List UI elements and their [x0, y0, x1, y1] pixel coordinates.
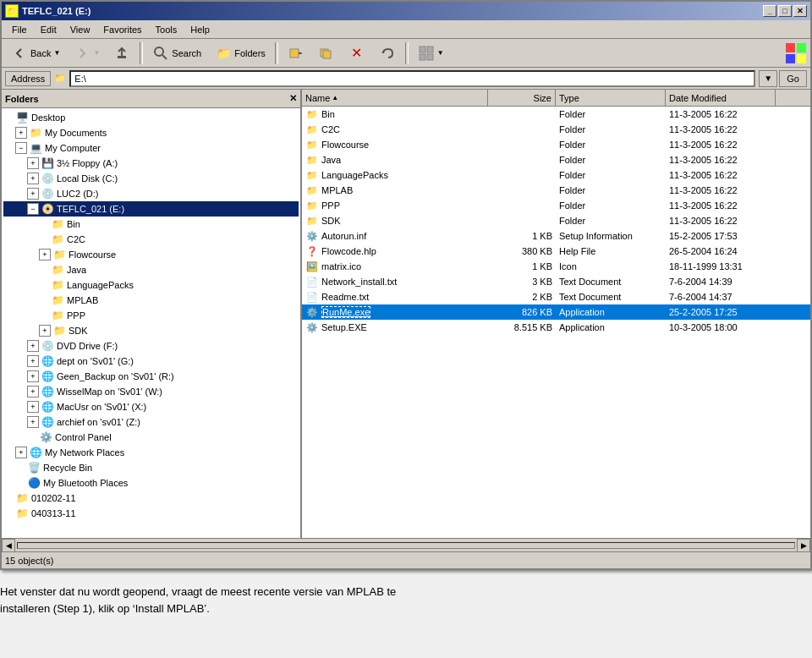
expand-archief[interactable]: +: [27, 416, 39, 428]
back-button[interactable]: Back ▼: [5, 41, 66, 65]
file-cell-size: 380 KB: [488, 245, 556, 257]
tree-item-mplab[interactable]: 📁 MPLAB: [3, 293, 299, 308]
copy-button[interactable]: [312, 41, 341, 65]
minimize-button[interactable]: _: [763, 5, 776, 17]
tree-item-recycle[interactable]: 🗑️ Recycle Bin: [3, 460, 299, 475]
close-button[interactable]: ✕: [793, 5, 807, 17]
search-label: Search: [172, 48, 201, 58]
expand-geen[interactable]: +: [27, 370, 39, 382]
undo-button[interactable]: [373, 41, 402, 65]
file-row[interactable]: 📁SDKFolder11-3-2005 16:22: [302, 213, 810, 228]
file-row[interactable]: 📁LanguagePacksFolder11-3-2005 16:22: [302, 167, 810, 183]
expand-mynetwork[interactable]: +: [15, 447, 27, 458]
tree-item-dvd[interactable]: + 💿 DVD Drive (F:): [3, 338, 299, 354]
tree-item-040313[interactable]: 📁 040313-11: [3, 506, 299, 521]
forward-button[interactable]: ▼: [68, 41, 106, 65]
expand-floppy[interactable]: +: [27, 157, 39, 169]
scroll-right-button[interactable]: ▶: [797, 539, 810, 552]
col-header-date[interactable]: Date Modified: [666, 90, 776, 106]
col-header-name[interactable]: Name ▲: [302, 90, 488, 106]
file-row[interactable]: ⚙️RunMe.exe826 KBApplication25-2-2005 17…: [302, 304, 810, 320]
file-row[interactable]: 📁JavaFolder11-3-2005 16:22: [302, 152, 810, 167]
menu-tools[interactable]: Tools: [149, 23, 184, 36]
tree-item-langpacks[interactable]: 📁 LanguagePacks: [3, 277, 299, 293]
menu-edit[interactable]: Edit: [34, 23, 63, 36]
folders-button[interactable]: 📁 Folders: [209, 41, 272, 65]
tree-item-c2c[interactable]: 📁 C2C: [3, 232, 299, 247]
address-dropdown-button[interactable]: ▼: [759, 70, 777, 87]
go-button[interactable]: Go: [779, 70, 807, 87]
tree-item-ppp[interactable]: 📁 PPP: [3, 308, 299, 323]
horizontal-scrollbar[interactable]: ◀ ▶: [2, 538, 810, 551]
expand-localc[interactable]: +: [27, 173, 39, 184]
tree-item-bluetooth[interactable]: 🔵 My Bluetooth Places: [3, 475, 299, 491]
file-row[interactable]: ⚙️Autorun.inf1 KBSetup Information15-2-2…: [302, 228, 810, 244]
tree-item-bin[interactable]: 📁 Bin: [3, 217, 299, 232]
search-button[interactable]: Search: [146, 41, 207, 65]
col-header-type[interactable]: Type: [556, 90, 666, 106]
file-row[interactable]: 🖼️matrix.ico1 KBIcon18-11-1999 13:31: [302, 259, 810, 274]
file-row[interactable]: 📁MPLABFolder11-3-2005 16:22: [302, 183, 810, 198]
menu-file[interactable]: File: [5, 23, 34, 36]
expand-mycomputer[interactable]: −: [15, 142, 27, 154]
folder-pane-close-button[interactable]: ✕: [289, 93, 297, 104]
tree-item-geen[interactable]: + 🌐 Geen_Backup on 'Sv01' (R:): [3, 369, 299, 384]
col-header-size[interactable]: Size: [488, 90, 556, 106]
menu-favorites[interactable]: Favorites: [96, 23, 148, 36]
expand-teflc[interactable]: −: [27, 203, 39, 215]
tree-item-wissel[interactable]: + 🌐 WisselMap on 'Sv01' (W:): [3, 384, 299, 399]
tree-item-localc[interactable]: + 💿 Local Disk (C:): [3, 171, 299, 186]
file-row[interactable]: ⚙️Setup.EXE8.515 KBApplication10-3-2005 …: [302, 320, 810, 335]
expand-mydocs[interactable]: +: [15, 127, 27, 139]
tree-item-sdk[interactable]: + 📁 SDK: [3, 323, 299, 338]
tree-item-teflc[interactable]: − 📀 TEFLC_021 (E:): [3, 201, 299, 217]
file-row[interactable]: 📁BinFolder11-3-2005 16:22: [302, 107, 810, 122]
views-button[interactable]: ▼: [412, 41, 450, 65]
scroll-left-button[interactable]: ◀: [2, 539, 15, 552]
file-row[interactable]: 📄Network_install.txt3 KBText Document7-6…: [302, 274, 810, 289]
tree-item-floppy[interactable]: + 💾 3½ Floppy (A:): [3, 156, 299, 171]
tree-item-dept[interactable]: + 🌐 dept on 'Sv01' (G:): [3, 354, 299, 369]
expand-wissel[interactable]: +: [27, 386, 39, 398]
tree-item-mycomputer[interactable]: − 💻 My Computer: [3, 140, 299, 156]
main-area: Folders ✕ 🖥️ Desktop + 📁 My Documents: [2, 90, 810, 538]
bluetooth-icon: 🔵: [27, 476, 41, 490]
tree-item-controlpanel[interactable]: ⚙️ Control Panel: [3, 430, 299, 445]
file-row[interactable]: 📁FlowcourseFolder11-3-2005 16:22: [302, 137, 810, 152]
move-button[interactable]: [282, 41, 310, 65]
title-bar: 📁 TEFLC_021 (E:) _ □ ✕: [2, 2, 810, 20]
expand-dvd[interactable]: +: [27, 340, 39, 352]
tree-item-flowcourse[interactable]: + 📁 Flowcourse: [3, 247, 299, 262]
expand-flowcourse[interactable]: +: [39, 249, 51, 260]
up-button[interactable]: [107, 41, 136, 65]
file-row[interactable]: 📁PPPFolder11-3-2005 16:22: [302, 198, 810, 213]
file-cell-type: Folder: [556, 108, 666, 120]
file-row[interactable]: 📁C2CFolder11-3-2005 16:22: [302, 122, 810, 137]
tree-item-010202[interactable]: 📁 010202-11: [3, 491, 299, 506]
expand-sdk[interactable]: +: [39, 325, 51, 337]
tree-item-luc2d[interactable]: + 💿 LUC2 (D:): [3, 186, 299, 201]
expand-macusr[interactable]: +: [27, 401, 39, 413]
tree-item-macusr[interactable]: + 🌐 MacUsr on 'Sv01' (X:): [3, 399, 299, 414]
tree-item-desktop[interactable]: 🖥️ Desktop: [3, 110, 299, 125]
tree-label-dept: dept on 'Sv01' (G:): [57, 356, 134, 366]
menu-help[interactable]: Help: [184, 23, 217, 36]
tree-item-archief[interactable]: + 🌐 archief on 'sv01' (Z:): [3, 414, 299, 430]
tree-label-040313: 040313-11: [31, 508, 76, 518]
menu-view[interactable]: View: [63, 23, 97, 36]
file-cell-type: Folder: [556, 200, 666, 211]
folders-label: Folders: [234, 48, 266, 58]
delete-button[interactable]: ✕: [343, 41, 371, 65]
file-cell-date: 11-3-2005 16:22: [666, 215, 776, 227]
maximize-button[interactable]: □: [778, 5, 792, 17]
file-row[interactable]: ❓Flowcode.hlp380 KBHelp File26-5-2004 16…: [302, 244, 810, 259]
tree-item-mydocs[interactable]: + 📁 My Documents: [3, 125, 299, 140]
file-row[interactable]: 📄Readme.txt2 KBText Document7-6-2004 14:…: [302, 289, 810, 304]
expand-dept[interactable]: +: [27, 355, 39, 367]
address-input[interactable]: [69, 70, 755, 87]
tree-item-mynetwork[interactable]: + 🌐 My Network Places: [3, 445, 299, 460]
file-name-label: Flowcourse: [321, 140, 369, 150]
expand-luc2d[interactable]: +: [27, 188, 39, 200]
wissel-icon: 🌐: [41, 385, 54, 398]
tree-item-java[interactable]: 📁 Java: [3, 262, 299, 277]
